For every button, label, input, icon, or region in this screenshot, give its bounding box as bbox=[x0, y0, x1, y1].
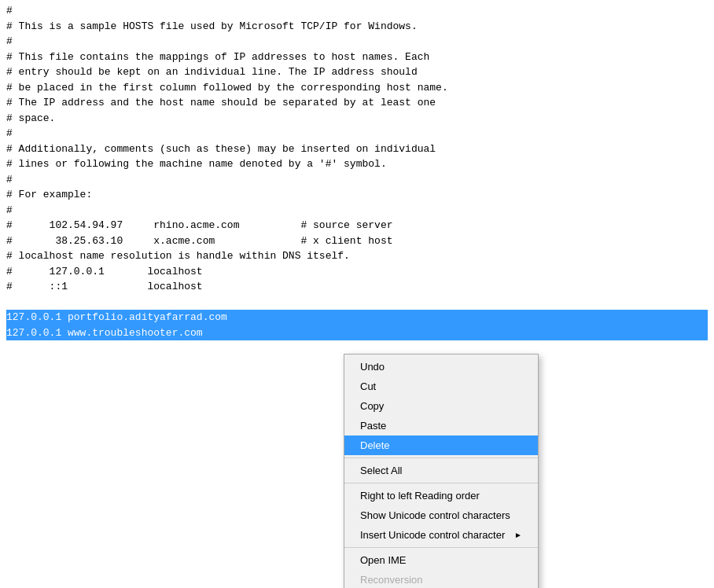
editor-line: # For example: bbox=[6, 189, 92, 200]
menu-item-reconversion: Reconversion bbox=[344, 570, 538, 588]
editor-line: # bbox=[6, 35, 13, 47]
menu-item-label-cut: Cut bbox=[360, 380, 376, 392]
menu-item-copy[interactable]: Copy bbox=[344, 396, 538, 416]
menu-divider bbox=[344, 547, 538, 548]
editor-line: # bbox=[6, 127, 13, 139]
editor-line: # The IP address and the host name shoul… bbox=[6, 97, 436, 108]
text-editor[interactable]: # # This is a sample HOSTS file used by … bbox=[0, 0, 714, 344]
editor-line: # ::1 localhost bbox=[6, 281, 203, 292]
menu-item-select-all[interactable]: Select All bbox=[344, 461, 538, 480]
menu-item-label-show-unicode: Show Unicode control characters bbox=[360, 509, 510, 521]
menu-item-paste[interactable]: Paste bbox=[344, 416, 538, 435]
menu-item-cut[interactable]: Cut bbox=[344, 377, 538, 396]
menu-divider bbox=[344, 483, 538, 483]
menu-item-label-paste: Paste bbox=[360, 420, 386, 432]
editor-line: # bbox=[6, 204, 13, 216]
menu-item-label-open-ime: Open IME bbox=[360, 554, 407, 566]
menu-item-show-unicode[interactable]: Show Unicode control characters bbox=[344, 505, 538, 525]
menu-item-label-undo: Undo bbox=[360, 361, 385, 373]
menu-item-open-ime[interactable]: Open IME bbox=[344, 550, 538, 570]
menu-item-label-delete: Delete bbox=[360, 439, 390, 451]
editor-line: # 38.25.63.10 x.acme.com # x client host bbox=[6, 235, 392, 247]
menu-divider bbox=[344, 458, 538, 458]
editor-line: # This is a sample HOSTS file used by Mi… bbox=[6, 20, 418, 32]
editor-line: # Additionally, comments (such as these)… bbox=[6, 143, 436, 155]
editor-line: # bbox=[6, 174, 13, 186]
menu-item-delete[interactable]: Delete bbox=[344, 435, 538, 455]
editor-selected-line: 127.0.0.1 portfolio.adityafarrad.com bbox=[6, 310, 708, 325]
menu-item-undo[interactable]: Undo bbox=[344, 357, 538, 377]
editor-line: # 127.0.0.1 localhost bbox=[6, 266, 203, 277]
menu-item-label-copy: Copy bbox=[360, 400, 384, 412]
submenu-arrow-icon: ► bbox=[514, 531, 522, 539]
editor-line: # 102.54.94.97 rhino.acme.com # source s… bbox=[6, 219, 392, 231]
editor-line: # This file contains the mappings of IP … bbox=[6, 51, 429, 63]
editor-selected-line: 127.0.0.1 www.troubleshooter.com bbox=[6, 325, 708, 341]
editor-line: # bbox=[6, 5, 13, 17]
menu-item-rtl[interactable]: Right to left Reading order bbox=[344, 486, 538, 505]
context-menu: Undo Cut Copy Paste Delete Select All Ri… bbox=[344, 354, 539, 588]
menu-item-label-rtl: Right to left Reading order bbox=[360, 490, 480, 502]
menu-item-label-insert-unicode: Insert Unicode control character bbox=[360, 529, 505, 541]
editor-line: # entry should be kept on an individual … bbox=[6, 66, 418, 78]
menu-item-label-select-all: Select All bbox=[360, 465, 402, 476]
menu-item-insert-unicode[interactable]: Insert Unicode control character ► bbox=[344, 525, 538, 545]
editor-line: # space. bbox=[6, 112, 55, 124]
editor-line: # localhost name resolution is handle wi… bbox=[6, 250, 350, 262]
editor-line: # be placed in the first column followed… bbox=[6, 82, 448, 94]
menu-item-label-reconversion: Reconversion bbox=[360, 574, 423, 586]
editor-line: # lines or following the machine name de… bbox=[6, 158, 387, 170]
